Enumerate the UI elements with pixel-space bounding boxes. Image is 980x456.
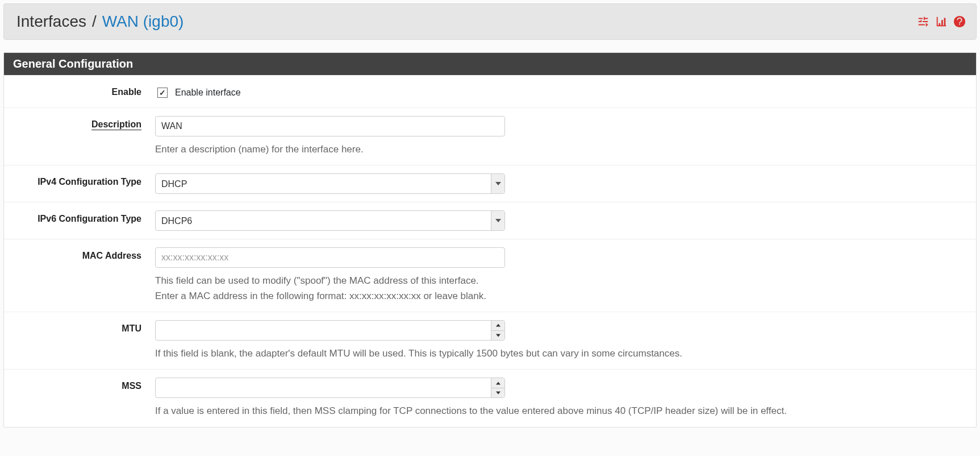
ipv4-type-select[interactable]: DHCP — [155, 173, 505, 194]
mss-step-up[interactable] — [491, 378, 504, 388]
label-ipv4-type: IPv4 Configuration Type — [4, 173, 155, 187]
label-mac-address: MAC Address — [4, 247, 155, 261]
mss-step-down[interactable] — [491, 388, 504, 398]
row-mss: MSS If a value is entered in this field,… — [4, 369, 976, 426]
enable-checkbox-wrap[interactable]: Enable interface — [155, 84, 966, 100]
breadcrumb-root[interactable]: Interfaces — [16, 13, 86, 31]
mtu-stepper — [491, 321, 504, 340]
mtu-input[interactable] — [155, 320, 505, 341]
label-mtu: MTU — [4, 320, 155, 334]
mac-address-input[interactable] — [155, 247, 505, 268]
description-input[interactable] — [155, 116, 505, 136]
ipv6-type-select[interactable]: DHCP6 — [155, 210, 505, 231]
help-mtu: If this field is blank, the adapter's de… — [155, 346, 966, 361]
bar-chart-icon[interactable] — [935, 15, 948, 28]
mtu-step-up[interactable] — [491, 321, 504, 330]
row-ipv6-type: IPv6 Configuration Type DHCP6 — [4, 202, 976, 239]
label-ipv6-type: IPv6 Configuration Type — [4, 210, 155, 224]
label-mss: MSS — [4, 378, 155, 391]
breadcrumb-leaf[interactable]: WAN (igb0) — [102, 13, 184, 31]
row-ipv4-type: IPv4 Configuration Type DHCP — [4, 165, 976, 202]
mtu-step-down[interactable] — [491, 330, 504, 341]
row-mtu: MTU If this field is blank, the adapter'… — [4, 312, 976, 369]
enable-checkbox[interactable] — [157, 88, 168, 98]
label-description: Description — [4, 116, 155, 130]
panel-general-configuration: General Configuration Enable Enable inte… — [3, 52, 977, 428]
help-description: Enter a description (name) for the inter… — [155, 142, 966, 157]
label-enable: Enable — [4, 84, 155, 97]
panel-title: General Configuration — [4, 53, 976, 75]
mss-input[interactable] — [155, 378, 505, 398]
help-mss: If a value is entered in this field, the… — [155, 404, 966, 418]
page-header: Interfaces / WAN (igb0) — [3, 3, 977, 40]
mss-stepper — [491, 378, 504, 397]
header-actions — [917, 15, 966, 28]
breadcrumb: Interfaces / WAN (igb0) — [16, 13, 184, 31]
row-enable: Enable Enable interface — [4, 75, 976, 107]
enable-checkbox-label: Enable interface — [175, 88, 241, 98]
help-mac-address: This field can be used to modify ("spoof… — [155, 273, 966, 304]
row-description: Description Enter a description (name) f… — [4, 107, 976, 165]
breadcrumb-separator: / — [92, 13, 97, 31]
row-mac-address: MAC Address This field can be used to mo… — [4, 239, 976, 312]
help-icon[interactable] — [953, 15, 966, 28]
sliders-icon[interactable] — [917, 15, 929, 28]
